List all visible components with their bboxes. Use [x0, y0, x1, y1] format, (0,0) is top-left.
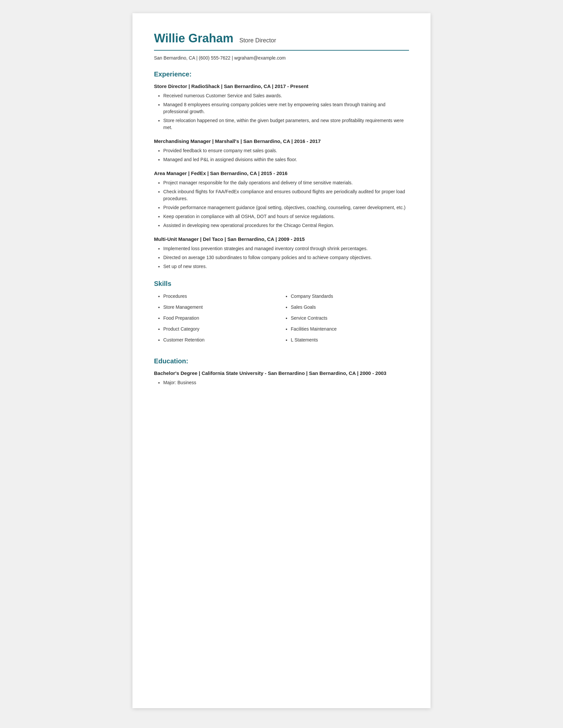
list-item: L Statements — [291, 337, 409, 343]
skills-title: Skills — [154, 280, 409, 288]
list-item: Directed on average 130 subordinates to … — [163, 254, 409, 261]
full-name: Willie Graham — [154, 31, 233, 45]
list-item: Sales Goals — [291, 304, 409, 311]
skills-left-column: Procedures Store Management Food Prepara… — [154, 293, 282, 347]
job-bullets-1: Received numerous Customer Service and S… — [154, 92, 409, 131]
job-bullets-3: Project manager responsible for the dail… — [154, 179, 409, 229]
job-bullets-4: Implemented loss prevention strategies a… — [154, 245, 409, 270]
education-section: Education: Bachelor's Degree | Californi… — [154, 357, 409, 386]
experience-section: Experience: Store Director | RadioShack … — [154, 70, 409, 270]
edu-bullets-1: Major: Business — [154, 379, 409, 386]
job-block-4: Multi-Unit Manager | Del Taco | San Bern… — [154, 236, 409, 270]
list-item: Store Management — [163, 304, 282, 311]
list-item: Keep operation in compliance with all OS… — [163, 213, 409, 220]
list-item: Product Category — [163, 326, 282, 333]
job-header-4: Multi-Unit Manager | Del Taco | San Bern… — [154, 236, 409, 242]
job-block-2: Merchandising Manager | Marshall's | San… — [154, 138, 409, 163]
list-item: Received numerous Customer Service and S… — [163, 92, 409, 99]
list-item: Store relocation happened on time, withi… — [163, 117, 409, 131]
list-item: Project manager responsible for the dail… — [163, 179, 409, 186]
list-item: Assisted in developing new operational p… — [163, 222, 409, 229]
skills-columns: Procedures Store Management Food Prepara… — [154, 293, 409, 347]
job-block-3: Area Manager | FedEx | San Bernardino, C… — [154, 170, 409, 229]
resume-page: Willie Graham Store Director San Bernard… — [132, 13, 431, 708]
list-item: Food Preparation — [163, 315, 282, 322]
list-item: Facilities Maintenance — [291, 326, 409, 333]
skills-right-list: Company Standards Sales Goals Service Co… — [282, 293, 409, 343]
skills-right-column: Company Standards Sales Goals Service Co… — [282, 293, 409, 347]
edu-block-1: Bachelor's Degree | California State Uni… — [154, 370, 409, 386]
education-title: Education: — [154, 357, 409, 365]
job-header-1: Store Director | RadioShack | San Bernar… — [154, 83, 409, 89]
list-item: Service Contracts — [291, 315, 409, 322]
edu-header-1: Bachelor's Degree | California State Uni… — [154, 370, 409, 376]
list-item: Check inbound flights for FAA/FedEx comp… — [163, 188, 409, 202]
list-item: Customer Retention — [163, 337, 282, 343]
list-item: Managed 8 employees ensuring company pol… — [163, 101, 409, 115]
list-item: Company Standards — [291, 293, 409, 300]
list-item: Managed and led P&L in assigned division… — [163, 156, 409, 163]
list-item: Implemented loss prevention strategies a… — [163, 245, 409, 252]
header-section: Willie Graham Store Director San Bernard… — [154, 31, 409, 61]
contact-info: San Bernardino, CA | (600) 555-7622 | wg… — [154, 55, 409, 61]
skills-section: Skills Procedures Store Management Food … — [154, 280, 409, 347]
job-header-2: Merchandising Manager | Marshall's | San… — [154, 138, 409, 144]
skills-left-list: Procedures Store Management Food Prepara… — [154, 293, 282, 343]
job-title: Store Director — [239, 37, 276, 44]
header-divider — [154, 50, 409, 51]
list-item: Procedures — [163, 293, 282, 300]
job-block-1: Store Director | RadioShack | San Bernar… — [154, 83, 409, 131]
list-item: Set up of new stores. — [163, 263, 409, 270]
list-item: Major: Business — [163, 379, 409, 386]
list-item: Provide performance management guidance … — [163, 204, 409, 211]
job-header-3: Area Manager | FedEx | San Bernardino, C… — [154, 170, 409, 176]
name-title-row: Willie Graham Store Director — [154, 31, 409, 45]
list-item: Provided feedback to ensure company met … — [163, 147, 409, 154]
job-bullets-2: Provided feedback to ensure company met … — [154, 147, 409, 163]
experience-title: Experience: — [154, 70, 409, 78]
